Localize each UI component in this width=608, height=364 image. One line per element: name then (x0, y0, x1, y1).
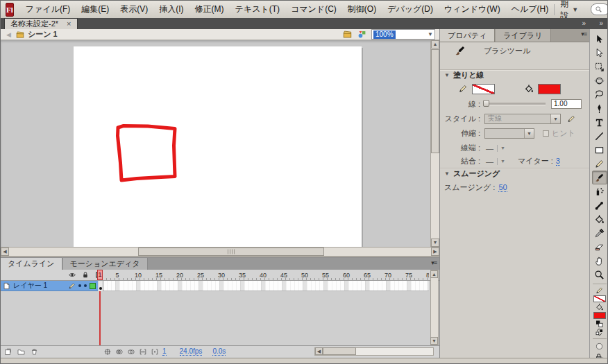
cap-value[interactable]: — (486, 144, 493, 153)
edit-scene-icon[interactable] (342, 30, 353, 39)
slider-thumb[interactable] (483, 100, 489, 107)
playhead-line[interactable] (99, 281, 101, 356)
scroll-down-icon[interactable]: ▼ (430, 337, 438, 345)
tool-lasso[interactable] (592, 87, 607, 101)
playhead-cell[interactable]: 1 (97, 270, 103, 280)
vertical-scroll-thumb[interactable] (431, 49, 439, 153)
collapse-tools-icon[interactable]: » (599, 19, 602, 27)
timeline-scroll-thumb[interactable] (323, 347, 356, 355)
scroll-right-icon[interactable]: ▶ (431, 248, 439, 256)
keyframe-1[interactable] (99, 281, 103, 291)
stroke-width-input[interactable]: 1.00 (551, 99, 582, 109)
tool-rotation-3d[interactable] (592, 73, 607, 87)
scroll-left-icon[interactable]: ◀ (315, 347, 323, 355)
edit-multiple-frames-icon[interactable] (139, 348, 147, 356)
modify-markers-icon[interactable] (151, 348, 159, 356)
layer-name[interactable]: レイヤー 1 (13, 281, 65, 291)
join-value[interactable]: — (486, 157, 493, 166)
chevron-down-icon[interactable]: ▼ (497, 158, 505, 165)
black-white-icon[interactable] (595, 320, 604, 328)
stroke-width-slider[interactable] (484, 103, 546, 105)
timeline-vertical-scrollbar[interactable]: ▲ ▼ (430, 270, 439, 345)
edit-symbol-icon[interactable] (357, 30, 367, 39)
timeline-horizontal-scrollbar[interactable]: ◀ (314, 347, 434, 356)
workspace-switcher[interactable]: 初期設定 ▼ (554, 4, 584, 15)
tool-deco[interactable] (592, 184, 607, 198)
close-tab-icon[interactable]: × (67, 20, 71, 28)
scroll-down-icon[interactable]: ▼ (431, 239, 439, 247)
layer-visibility-dot[interactable] (78, 284, 81, 287)
option-brush-mode[interactable] (593, 341, 607, 352)
menu-commands[interactable]: コマンド(C) (285, 1, 342, 18)
hint-checkbox[interactable] (543, 130, 549, 137)
tool-zoom[interactable] (592, 268, 607, 281)
document-tab[interactable]: 名称未設定-2* × (4, 18, 78, 29)
menu-text[interactable]: テキスト(T) (230, 1, 285, 18)
back-arrow-icon[interactable]: ◀ (6, 31, 11, 38)
flash-logo-icon[interactable]: Fl (6, 3, 14, 17)
horizontal-scroll-thumb[interactable] (138, 248, 324, 256)
menu-help[interactable]: ヘルプ(H) (506, 1, 555, 18)
scroll-up-icon[interactable]: ▲ (430, 270, 438, 278)
menu-insert[interactable]: 挿入(I) (153, 1, 189, 18)
search-input[interactable] (591, 3, 608, 15)
scroll-left-icon[interactable]: ◀ (1, 248, 9, 256)
edit-stroke-style-pencil-icon[interactable] (566, 114, 576, 123)
chevron-down-icon[interactable]: ▼ (497, 145, 505, 152)
tool-hand[interactable] (592, 254, 607, 268)
menu-edit[interactable]: 編集(E) (76, 1, 115, 18)
tool-free-transform[interactable] (592, 60, 607, 73)
tool-selection[interactable] (592, 32, 607, 46)
scale-select[interactable]: ▼ (484, 128, 534, 139)
tool-brush[interactable] (592, 171, 607, 184)
tool-eraser[interactable] (592, 240, 607, 254)
properties-menu-icon[interactable]: ▾≡ (581, 31, 586, 37)
tool-subselection[interactable] (592, 46, 607, 60)
tab-timeline[interactable]: タイムライン (1, 258, 62, 270)
timeline-menu-icon[interactable]: ▾≡ (431, 259, 437, 266)
lock-icon[interactable] (81, 271, 90, 279)
new-folder-icon[interactable] (17, 347, 26, 356)
scroll-up-icon[interactable]: ▲ (431, 40, 439, 49)
fill-color-chip[interactable] (593, 312, 606, 319)
smoothing-section-header[interactable]: ▼ スムージング (440, 168, 590, 179)
canvas-vertical-scrollbar[interactable]: ▲ ▼ (430, 40, 439, 247)
tool-text[interactable] (592, 115, 607, 129)
menu-file[interactable]: ファイル(F) (20, 1, 76, 18)
tool-bone[interactable] (592, 198, 607, 212)
layer-lock-dot[interactable] (84, 284, 87, 287)
tool-pencil[interactable] (592, 157, 607, 171)
menu-modify[interactable]: 修正(M) (189, 1, 230, 18)
canvas-horizontal-scrollbar[interactable]: ◀ ▶ (1, 247, 439, 257)
fill-color-swatch[interactable] (538, 84, 561, 94)
chevron-down-icon[interactable]: ▼ (550, 114, 560, 123)
tool-pen[interactable] (592, 101, 607, 115)
frame-ruler[interactable]: 5101520253035404550556065707580 (99, 270, 429, 280)
new-layer-icon[interactable] (3, 347, 12, 356)
collapse-panel-icon[interactable]: » (582, 19, 585, 27)
fill-stroke-section-header[interactable]: ▼ 塗りと線 (440, 69, 590, 80)
canvas-pasteboard[interactable]: ▲ ▼ (1, 40, 439, 247)
zoom-select[interactable]: 100% ▼ (371, 29, 435, 40)
tab-library[interactable]: ライブラリ (496, 29, 550, 42)
scene-breadcrumb[interactable]: シーン 1 (15, 29, 58, 40)
onion-skin-icon[interactable] (115, 348, 124, 356)
menu-debug[interactable]: デバッグ(D) (382, 1, 439, 18)
stroke-color-swatch[interactable] (472, 84, 495, 94)
smoothing-value[interactable]: 50 (498, 184, 507, 192)
center-frame-icon[interactable] (103, 348, 112, 356)
swap-colors-icon[interactable] (595, 328, 604, 336)
tool-line[interactable] (592, 129, 607, 143)
stage[interactable] (74, 46, 362, 247)
layer-outline-color[interactable] (90, 283, 96, 289)
onion-skin-outline-icon[interactable] (127, 348, 135, 356)
tab-properties[interactable]: プロパティ (440, 29, 495, 42)
stroke-color-chip[interactable] (593, 295, 606, 302)
layer-frames-strip[interactable] (99, 281, 429, 291)
tool-paint-bucket[interactable] (592, 212, 607, 226)
tab-motion-editor[interactable]: モーションエディタ (63, 258, 148, 270)
stroke-style-select[interactable]: 実線 ▼ (484, 114, 561, 124)
show-hide-eye-icon[interactable] (68, 271, 76, 279)
chevron-down-icon[interactable]: ▼ (524, 129, 534, 138)
delete-layer-trash-icon[interactable] (30, 347, 39, 356)
